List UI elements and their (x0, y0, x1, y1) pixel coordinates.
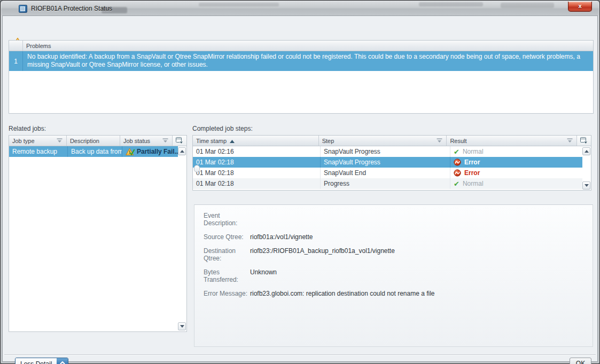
problem-row-number: 1 (9, 51, 23, 71)
result-cell: Error (450, 157, 582, 168)
job-description-cell: Back up data from... (68, 146, 122, 157)
result-cell: Error (450, 168, 582, 178)
scroll-down-button[interactable] (582, 181, 590, 189)
time-cell: 01 Mar 02:18 (193, 178, 321, 189)
detail-value: Unknown (250, 268, 277, 283)
result-text: Normal (463, 180, 484, 187)
step-row[interactable]: 01 Mar 02:18 SnapVault End Error (193, 168, 582, 178)
detail-label: Bytes Transferred: (204, 268, 250, 283)
time-cell: 01 Mar 02:18 (193, 168, 321, 178)
scroll-up-button[interactable] (582, 147, 590, 155)
result-cell: ✔ Normal (450, 178, 582, 189)
scroll-down-button[interactable] (178, 322, 186, 330)
close-button[interactable]: x (568, 2, 592, 12)
normal-check-icon: ✔ (454, 148, 459, 155)
partially-failed-icon (126, 148, 135, 156)
completed-steps-grid: Time stamp Step Result 01 Mar 02:16 Snap… (192, 135, 591, 191)
detail-value: riofb23:/RIOFB01A_backup_riofb01a_vol1/v… (250, 247, 395, 262)
problem-row[interactable]: 1 No backup identified: A backup from a … (9, 51, 593, 71)
screen: RIOFB01A Protection Status x Job Failure… (0, 0, 600, 364)
result-text: Error (464, 159, 480, 166)
column-chooser-button[interactable] (173, 136, 186, 146)
error-icon (454, 169, 461, 177)
less-detail-label: Less Detail (15, 358, 57, 364)
problems-column-header[interactable]: Problems (23, 41, 593, 51)
completed-steps-label: Completed job steps: (192, 125, 253, 132)
col-header-result[interactable]: Result (447, 136, 577, 146)
less-detail-button[interactable]: Less Detail (15, 358, 68, 364)
related-jobs-grid: Job type Description Job status Remote b… (9, 135, 187, 332)
scroll-up-button[interactable] (178, 147, 186, 155)
dialog-content: Job Failure Problems 1 No backup identif… (2, 15, 598, 362)
time-cell: 01 Mar 02:18 (193, 157, 321, 168)
detail-value: riofb01a:/vol1/vignette (250, 233, 313, 241)
step-row[interactable]: 01 Mar 02:16 SnapVault Progress ✔ Normal (193, 146, 582, 157)
ok-button[interactable]: OK (570, 358, 591, 364)
result-cell: ✔ Normal (450, 146, 582, 157)
col-header-time-stamp[interactable]: Time stamp (193, 136, 319, 146)
step-row-selected[interactable]: 01 Mar 02:18 SnapVault Progress Error (193, 157, 582, 168)
error-icon (454, 159, 461, 166)
footer-divider (4, 354, 596, 355)
app-icon (19, 5, 27, 13)
col-header-step[interactable]: Step (319, 136, 447, 146)
filter-icon[interactable] (566, 138, 573, 144)
protection-status-dialog: RIOFB01A Protection Status x Job Failure… (0, 0, 600, 364)
related-job-row[interactable]: Remote backup Back up data from... Parti… (9, 146, 178, 157)
related-jobs-label: Related jobs: (9, 125, 46, 132)
filter-icon[interactable] (56, 138, 63, 144)
detail-label: Event Description: (204, 212, 250, 227)
glass-artifact (199, 3, 279, 6)
col-header-description[interactable]: Description (67, 136, 120, 146)
detail-label: Error Message: (204, 290, 250, 297)
detail-label: Destination Qtree: (204, 247, 250, 262)
step-cell: SnapVault End (321, 168, 450, 178)
job-type-cell: Remote backup (9, 146, 68, 157)
detail-label: Source Qtree: (204, 233, 250, 241)
scrollbar-thumb[interactable] (194, 165, 200, 172)
window-title: RIOFB01A Protection Status (31, 5, 112, 12)
job-status-cell: Partially Fail... (122, 146, 178, 157)
step-row[interactable]: 01 Mar 02:18 Progress ✔ Normal (193, 178, 582, 189)
problem-text: No backup identified: A backup from a Sn… (23, 51, 593, 71)
problems-rownum-header (9, 41, 23, 51)
event-details-panel: Event Description: Source Qtree:riofb01a… (194, 204, 593, 347)
col-header-job-type[interactable]: Job type (9, 136, 67, 146)
step-cell: SnapVault Progress (321, 157, 450, 168)
normal-check-icon: ✔ (454, 180, 459, 187)
glass-artifact (501, 3, 554, 8)
col-header-job-status[interactable]: Job status (120, 136, 173, 146)
result-text: Normal (463, 148, 484, 155)
result-text: Error (464, 169, 480, 177)
job-status-text: Partially Fail... (137, 148, 178, 155)
time-cell: 01 Mar 02:16 (193, 146, 321, 157)
step-cell: SnapVault Progress (321, 146, 450, 157)
title-bar[interactable]: RIOFB01A Protection Status x (1, 1, 599, 15)
column-chooser-button[interactable] (577, 136, 591, 146)
filter-icon[interactable] (162, 138, 169, 144)
sort-asc-icon (230, 138, 235, 144)
step-cell: Progress (321, 178, 450, 189)
problems-grid: Problems 1 No backup identified: A backu… (9, 40, 594, 114)
collapse-chevrons-icon (57, 358, 68, 364)
filter-icon[interactable] (436, 138, 443, 144)
glass-artifact (419, 2, 483, 6)
detail-value: riofb23.globoi.com: replication destinat… (250, 290, 435, 297)
